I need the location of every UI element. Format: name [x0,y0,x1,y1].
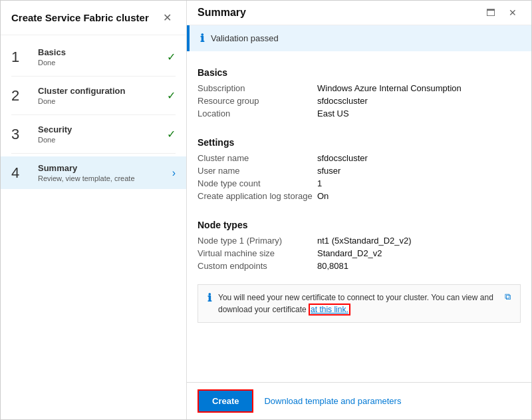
cert-text: You will need your new certificate to co… [218,292,494,315]
basics-label-0: Subscription [198,83,317,93]
node-value-2: 80,8081 [317,261,521,271]
cert-link[interactable]: at this link. [309,304,350,315]
basics-label-2: Location [198,108,317,118]
cert-info-icon: ℹ [207,292,211,304]
settings-row-3: Create application log storage On [198,191,521,201]
step-3-name: Security [38,124,162,134]
settings-value-2: 1 [317,178,521,188]
step-2[interactable]: 2 Cluster configuration Done ✓ [1,79,186,112]
panel-title: Create Service Fabric cluster [11,12,149,23]
step-1[interactable]: 1 Basics Done ✓ [1,41,186,73]
settings-row-0: Cluster name sfdocscluster [198,153,521,163]
basics-value-1: sfdocscluster [317,96,521,106]
step-1-check-icon: ✓ [167,51,176,63]
external-link-icon[interactable]: ⧉ [505,292,511,302]
step-2-name: Cluster configuration [38,86,162,96]
step-3-number: 3 [11,126,30,143]
step-2-check-icon: ✓ [167,89,176,102]
steps-list: 1 Basics Done ✓ 2 Cluster configuration … [1,35,186,419]
step-1-name: Basics [38,47,162,57]
right-content: ℹ Validation passed Basics Subscription … [187,25,531,382]
node-row-2: Custom endpoints 80,8081 [198,261,521,271]
step-4-name: Summary [38,163,167,173]
window-close-button[interactable]: ✕ [505,6,521,19]
cert-text-before: You will need your new certificate to co… [218,293,493,314]
settings-row-2: Node type count 1 [198,178,521,188]
step-4-arrow-icon: › [172,167,176,179]
settings-label-2: Node type count [198,178,317,188]
step-2-number: 2 [11,87,30,105]
window-buttons: 🗖 ✕ [482,6,521,19]
node-types-section: Node types Node type 1 (Primary) nt1 (5x… [187,209,531,279]
settings-title: Settings [198,137,521,148]
step-4-info: Summary Review, view template, create [38,163,167,182]
step-1-desc: Done [38,59,162,67]
node-row-0: Node type 1 (Primary) nt1 (5xStandard_D2… [198,236,521,246]
right-panel-title: Summary [198,7,246,19]
settings-label-0: Cluster name [198,153,317,163]
certificate-banner: ℹ You will need your new certificate to … [198,284,521,323]
step-4-desc: Review, view template, create [38,174,167,182]
right-footer: Create Download template and parameters [187,382,531,419]
node-row-1: Virtual machine size Standard_D2_v2 [198,248,521,258]
node-types-title: Node types [198,220,521,230]
settings-value-3: On [317,191,521,201]
basics-title: Basics [198,67,521,78]
create-button[interactable]: Create [198,389,253,413]
right-panel: Summary 🗖 ✕ ℹ Validation passed Basics S… [187,1,531,419]
validation-banner: ℹ Validation passed [187,25,531,51]
settings-value-1: sfuser [317,166,521,176]
node-value-1: Standard_D2_v2 [317,248,521,258]
settings-value-0: sfdocscluster [317,153,521,163]
step-3-check-icon: ✓ [167,128,176,140]
left-header: Create Service Fabric cluster ✕ [1,1,186,35]
step-3-desc: Done [38,136,162,144]
basics-row-0: Subscription Windows Azure Internal Cons… [198,83,521,93]
basics-row-2: Location East US [198,108,521,118]
basics-value-2: East US [317,108,521,118]
basics-section: Basics Subscription Windows Azure Intern… [187,57,531,126]
minimize-button[interactable]: 🗖 [482,6,499,19]
settings-row-1: User name sfuser [198,166,521,176]
node-label-2: Custom endpoints [198,261,317,271]
step-3[interactable]: 3 Security Done ✓ [1,118,186,150]
download-template-link[interactable]: Download template and parameters [264,396,401,406]
node-label-1: Virtual machine size [198,248,317,258]
step-4[interactable]: 4 Summary Review, view template, create … [1,156,186,189]
left-panel: Create Service Fabric cluster ✕ 1 Basics… [1,1,187,419]
step-3-info: Security Done [38,124,162,144]
basics-row-1: Resource group sfdocscluster [198,96,521,106]
step-1-number: 1 [11,49,30,66]
validation-info-icon: ℹ [200,32,204,45]
basics-value-0: Windows Azure Internal Consumption [317,83,521,93]
step-4-number: 4 [11,164,30,182]
step-2-info: Cluster configuration Done [38,86,162,105]
settings-label-3: Create application log storage [198,191,317,201]
node-value-0: nt1 (5xStandard_D2_v2) [317,236,521,246]
validation-text: Validation passed [211,33,279,43]
right-header: Summary 🗖 ✕ [187,1,531,25]
step-1-info: Basics Done [38,47,162,67]
close-button[interactable]: ✕ [159,10,176,25]
settings-section: Settings Cluster name sfdocscluster User… [187,126,531,209]
settings-label-1: User name [198,166,317,176]
step-2-desc: Done [38,97,162,105]
basics-label-1: Resource group [198,96,317,106]
node-label-0: Node type 1 (Primary) [198,236,317,246]
